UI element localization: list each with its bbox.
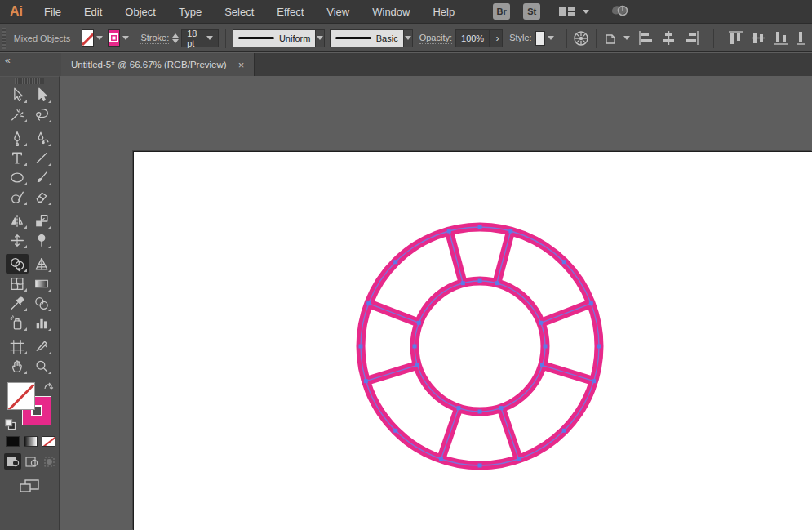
swap-fill-stroke-icon[interactable] [42,382,54,394]
tab-close-icon[interactable]: × [238,60,245,70]
blend-tool[interactable] [30,293,53,313]
toolbar-collapse-button[interactable]: « [0,53,61,76]
menu-window[interactable]: Window [361,0,421,24]
vertical-align-bottom-partial-button[interactable] [796,30,812,46]
stock-button[interactable]: St [523,3,540,20]
menu-file[interactable]: File [33,0,73,24]
column-graph-tool[interactable] [30,313,53,332]
reflect-tool[interactable] [6,211,29,230]
puppet-warp-tool[interactable] [30,230,53,250]
tool-row [0,128,59,148]
gpu-performance-icon[interactable] [609,2,632,21]
menu-effect[interactable]: Effect [265,0,315,24]
separator [566,29,567,48]
slice-tool[interactable] [30,336,53,356]
menu-select[interactable]: Select [213,0,265,24]
opacity-expand-button[interactable]: › [490,29,503,47]
menu-bar: Ai FileEditObjectTypeSelectEffectViewWin… [0,0,812,24]
type-tool[interactable] [6,148,29,167]
opacity-label[interactable]: Opacity: [419,33,452,44]
horizontal-align-center-button[interactable] [661,30,677,46]
document-tab[interactable]: Untitled-5* @ 66.67% (RGB/Preview) × [61,53,255,76]
stroke-color-swatch[interactable] [108,29,120,47]
width-profile-dropdown[interactable]: Uniform [233,29,317,47]
direct-selection-tool[interactable] [30,85,53,105]
draw-normal-button[interactable] [4,453,21,470]
graphic-style-swatch[interactable] [535,31,546,46]
wheel-artwork[interactable] [60,76,812,530]
artboard-tool[interactable] [6,336,29,356]
tool-row [0,211,59,230]
vertical-align-bottom-button[interactable] [774,30,789,46]
tool-row [0,148,59,167]
zoom-tool[interactable] [30,356,53,376]
menu-object[interactable]: Object [113,0,167,24]
mesh-tool[interactable] [6,274,29,293]
controlbar-grip[interactable] [2,28,6,49]
bridge-button[interactable]: Br [493,3,510,20]
shaper-tool[interactable] [6,187,29,207]
menu-edit[interactable]: Edit [73,0,113,24]
width-tool[interactable] [6,230,29,250]
stepper-down-icon[interactable] [172,39,179,43]
perspective-grid-tool[interactable] [30,254,53,274]
vertical-align-top-button[interactable] [728,30,743,46]
tool-flyout-icon [24,324,27,331]
gradient-button[interactable] [24,436,38,447]
stroke-dropdown-button[interactable] [122,29,129,47]
tools-panel-grip[interactable] [15,78,44,84]
stroke-weight-field[interactable]: 18 pt [181,29,219,47]
tool-flyout-icon [48,285,51,292]
isolate-object-button[interactable] [603,30,630,47]
ellipse-tool[interactable] [6,167,29,187]
canvas-area[interactable] [60,76,812,530]
draw-behind-button[interactable] [23,453,40,470]
fill-indicator-none[interactable] [7,382,35,410]
eraser-tool[interactable] [30,187,53,207]
none-fill-icon [82,30,93,46]
horizontal-align-left-button[interactable] [638,30,654,46]
width-profile-chevron[interactable] [316,29,325,47]
workspace-switcher-icon[interactable] [558,5,589,18]
shape-builder-tool[interactable] [6,254,29,274]
style-dropdown-button[interactable] [547,29,554,47]
lasso-tool[interactable] [30,105,53,124]
brush-definition-chevron[interactable] [404,29,413,47]
gradient-tool[interactable] [30,274,53,293]
curvature-tool[interactable] [30,128,53,148]
vertical-align-center-button[interactable] [751,30,766,46]
chevron-down-icon [96,36,103,40]
anchor-point [439,457,443,461]
opacity-field[interactable]: 100% [455,29,490,47]
line-segment-tool[interactable] [30,148,53,167]
hand-tool[interactable] [6,356,29,376]
magic-wand-tool[interactable] [6,105,29,124]
stroke-weight-value: 18 pt [187,29,206,48]
default-fill-stroke-icon[interactable] [5,418,16,433]
symbol-sprayer-tool[interactable] [6,313,29,332]
selection-tool[interactable] [6,85,29,105]
horizontal-align-right-button[interactable] [684,30,699,46]
stroke-label[interactable]: Stroke: [140,33,169,44]
scale-tool[interactable] [30,211,53,230]
stroke-weight-stepper[interactable] [172,33,179,43]
tool-flyout-icon [24,140,27,146]
paintbrush-tool[interactable] [30,167,53,187]
selection-context-label: Mixed Objects [14,33,71,43]
menu-view[interactable]: View [315,0,361,24]
menu-items: FileEditObjectTypeSelectEffectViewWindow… [33,0,466,24]
fill-color-swatch[interactable] [82,29,94,47]
color-button[interactable] [6,436,20,447]
none-button[interactable] [42,436,55,447]
stepper-up-icon[interactable] [172,33,179,38]
menu-type[interactable]: Type [167,0,213,24]
recolor-artwork-icon[interactable] [573,30,589,47]
profile-line-icon [238,37,274,39]
eyedropper-tool[interactable] [6,293,29,313]
menu-help[interactable]: Help [421,0,466,24]
fill-dropdown-button[interactable] [95,29,103,47]
draw-inside-button[interactable] [42,453,59,470]
brush-definition-dropdown[interactable]: Basic [330,29,404,47]
pen-tool[interactable] [6,128,29,148]
screen-mode-button[interactable] [17,478,42,494]
